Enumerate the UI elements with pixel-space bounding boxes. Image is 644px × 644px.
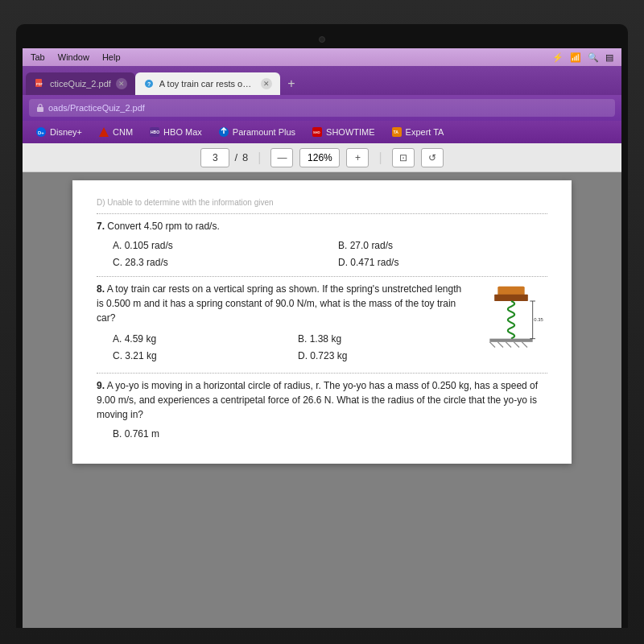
svg-text:?: ? bbox=[147, 81, 151, 87]
menu-tab[interactable]: Tab bbox=[31, 52, 45, 62]
pdf-rotate-button[interactable]: ↺ bbox=[421, 148, 444, 167]
bookmark-expert-ta[interactable]: TA Expert TA bbox=[385, 124, 451, 140]
showtime-icon: SHO bbox=[312, 126, 323, 138]
answer-7b: B. 27.0 rad/s bbox=[338, 238, 547, 253]
paramount-icon bbox=[218, 126, 229, 138]
pdf-toolbar: 3 / 8 | — 126% + | ⊡ ↺ bbox=[23, 143, 621, 172]
question-9-partial-answers: B. 0.761 m bbox=[97, 427, 547, 441]
spring-svg: 0.350 m bbox=[479, 285, 543, 365]
menu-bar-right: ⚡ 📶 🔍 ▤ bbox=[552, 52, 613, 63]
webcam bbox=[319, 36, 325, 43]
answer-7c: C. 28.3 rad/s bbox=[113, 255, 322, 270]
bookmark-expert-ta-label: Expert TA bbox=[406, 127, 444, 137]
cnm-icon bbox=[98, 126, 109, 138]
blurred-answer-top: D) Unable to determine with the informat… bbox=[97, 196, 274, 208]
question-9: 9. A yo-yo is moving in a horizontal cir… bbox=[97, 378, 547, 441]
menu-bar: Tab Window Help ⚡ 📶 🔍 ▤ bbox=[23, 48, 621, 66]
pdf-zoom-in-button[interactable]: + bbox=[346, 148, 369, 167]
answer-7c-label: C. bbox=[113, 257, 122, 268]
menu-window[interactable]: Window bbox=[58, 52, 89, 62]
pdf-fit-button[interactable]: ⊡ bbox=[392, 148, 415, 167]
spring-diagram: 0.350 m bbox=[475, 282, 547, 366]
bookmark-disney[interactable]: D+ Disney+ bbox=[29, 124, 89, 140]
tab-question[interactable]: ? A toy train car rests on a vertic ✕ bbox=[135, 72, 280, 95]
lock-icon bbox=[35, 103, 45, 113]
bookmark-cnm-label: CNM bbox=[113, 127, 133, 137]
svg-line-21 bbox=[514, 342, 519, 348]
answer-7b-label: B. bbox=[338, 240, 347, 251]
svg-rect-17 bbox=[489, 339, 532, 342]
answer-8a-value: 4.59 kg bbox=[125, 333, 156, 345]
tab-question-label: A toy train car rests on a vertic bbox=[159, 79, 256, 89]
pdf-divider2: | bbox=[378, 151, 382, 165]
tab-question-close[interactable]: ✕ bbox=[261, 78, 272, 89]
bookmarks-bar: D+ Disney+ CNM HBO HB bbox=[23, 121, 621, 143]
svg-text:0.350 m: 0.350 m bbox=[534, 317, 543, 322]
url-input[interactable]: oads/PracticeQuiz_2.pdf bbox=[29, 99, 615, 117]
tab-pdf-close[interactable]: ✕ bbox=[116, 78, 127, 89]
question-tab-icon: ? bbox=[143, 78, 155, 89]
svg-marker-7 bbox=[99, 127, 109, 137]
question-8-text-area: 8. A toy train car rests on a vertical s… bbox=[97, 282, 467, 366]
pdf-page-total: 8 bbox=[242, 151, 248, 163]
answer-7a-label: A. bbox=[113, 240, 122, 251]
tab-bar: PDF cticeQuiz_2.pdf ✕ ? A toy train car … bbox=[23, 66, 621, 95]
answer-9b-value: 0.761 m bbox=[125, 428, 159, 440]
screen-bezel: Tab Window Help ⚡ 📶 🔍 ▤ PDF bbox=[16, 24, 628, 628]
url-text: oads/PracticeQuiz_2.pdf bbox=[48, 103, 145, 113]
dotted-divider-7 bbox=[97, 276, 547, 277]
tab-pdf-label: cticeQuiz_2.pdf bbox=[50, 79, 111, 89]
pdf-divider: | bbox=[258, 151, 261, 165]
answer-8c-value: 3.21 kg bbox=[125, 350, 156, 361]
bookmark-showtime[interactable]: SHO SHOWTIME bbox=[305, 124, 382, 140]
battery-icon: ⚡ bbox=[552, 52, 564, 63]
bookmark-paramount[interactable]: Paramount Plus bbox=[212, 124, 302, 140]
new-tab-button[interactable]: + bbox=[280, 72, 303, 95]
svg-rect-4 bbox=[37, 107, 43, 112]
dotted-divider-8 bbox=[97, 373, 547, 374]
svg-line-20 bbox=[506, 342, 511, 348]
question-8-number: 8. bbox=[97, 283, 105, 295]
pdf-zoom-out-button[interactable]: — bbox=[270, 148, 293, 167]
answer-9b: B. 0.761 m bbox=[113, 428, 159, 440]
answer-8b-value: 1.38 kg bbox=[310, 333, 341, 345]
bookmark-showtime-label: SHOWTIME bbox=[326, 127, 375, 137]
expert-ta-icon: TA bbox=[391, 126, 402, 138]
question-8-answers: A. 4.59 kg B. 1.38 kg C. bbox=[97, 332, 467, 363]
control-icon: ▤ bbox=[605, 52, 613, 63]
webcam-bar bbox=[23, 31, 621, 48]
pdf-zoom-level[interactable]: 126% bbox=[299, 148, 340, 167]
svg-text:SHO: SHO bbox=[313, 130, 320, 134]
question-7-answers: A. 0.105 rad/s B. 27.0 rad/s C. 28.3 rad… bbox=[97, 238, 547, 270]
svg-line-18 bbox=[489, 342, 495, 348]
question-8-text: 8. A toy train car rests on a vertical s… bbox=[97, 282, 467, 325]
svg-line-19 bbox=[497, 342, 503, 348]
menu-help[interactable]: Help bbox=[102, 52, 121, 62]
answer-8b-label: B. bbox=[298, 333, 307, 345]
answer-8a: A. 4.59 kg bbox=[113, 332, 282, 346]
question-7: 7. Convert 4.50 rpm to rad/s. A. 0.105 r… bbox=[97, 219, 547, 270]
disney-icon: D+ bbox=[35, 126, 47, 138]
pdf-content[interactable]: D) Unable to determine with the informat… bbox=[23, 172, 621, 628]
pdf-page-current[interactable]: 3 bbox=[200, 148, 229, 167]
laptop-frame: Tab Window Help ⚡ 📶 🔍 ▤ PDF bbox=[0, 0, 644, 644]
bookmark-hbo[interactable]: HBO HBO Max bbox=[142, 124, 208, 140]
answer-7a: A. 0.105 rad/s bbox=[113, 238, 322, 253]
search-icon[interactable]: 🔍 bbox=[588, 52, 599, 63]
svg-text:HBO: HBO bbox=[151, 130, 159, 134]
bookmark-paramount-label: Paramount Plus bbox=[233, 127, 295, 137]
question-9-body: A yo-yo is moving in a horizontal circle… bbox=[97, 380, 538, 420]
answer-8c: C. 3.21 kg bbox=[113, 349, 282, 363]
tab-pdf[interactable]: PDF cticeQuiz_2.pdf ✕ bbox=[26, 72, 135, 95]
answer-7d: D. 0.471 rad/s bbox=[338, 255, 547, 270]
answer-7c-value: 28.3 rad/s bbox=[125, 257, 167, 268]
pdf-page-separator: / bbox=[234, 151, 237, 163]
answer-7b-value: 27.0 rad/s bbox=[350, 240, 393, 251]
question-9-number: 9. bbox=[97, 380, 105, 391]
bookmark-cnm[interactable]: CNM bbox=[92, 124, 139, 140]
answer-8d-label: D. bbox=[298, 350, 308, 361]
bookmark-hbo-label: HBO Max bbox=[163, 127, 202, 137]
question-8: 8. A toy train car rests on a vertical s… bbox=[97, 282, 547, 366]
dotted-divider-top bbox=[97, 213, 547, 214]
question-9-text: 9. A yo-yo is moving in a horizontal cir… bbox=[97, 378, 547, 422]
